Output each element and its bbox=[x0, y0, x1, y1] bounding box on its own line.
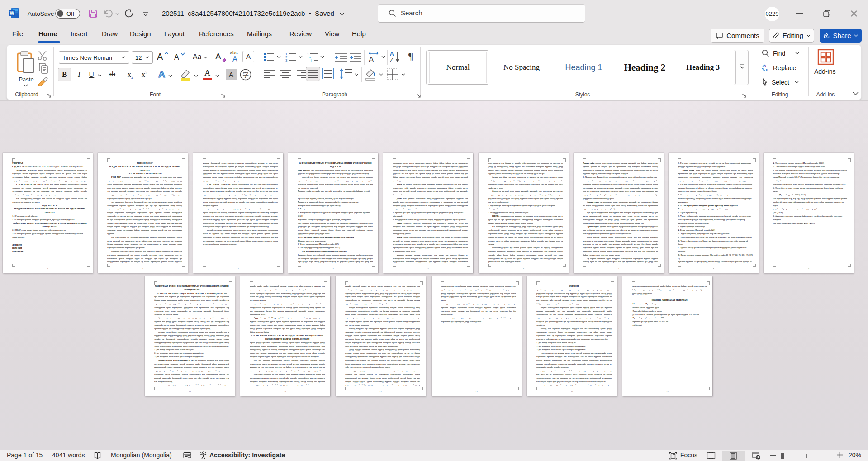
svg-text:A: A bbox=[369, 55, 374, 63]
svg-text:i: i bbox=[311, 59, 312, 62]
svg-text:3: 3 bbox=[285, 58, 288, 62]
svg-text:字: 字 bbox=[243, 71, 249, 78]
svg-text:1: 1 bbox=[307, 52, 309, 56]
svg-text:Z: Z bbox=[390, 57, 393, 63]
svg-text:W: W bbox=[10, 11, 14, 16]
svg-text:a: a bbox=[309, 56, 311, 59]
svg-text:A: A bbox=[390, 51, 394, 57]
svg-text:c: c bbox=[766, 67, 768, 72]
